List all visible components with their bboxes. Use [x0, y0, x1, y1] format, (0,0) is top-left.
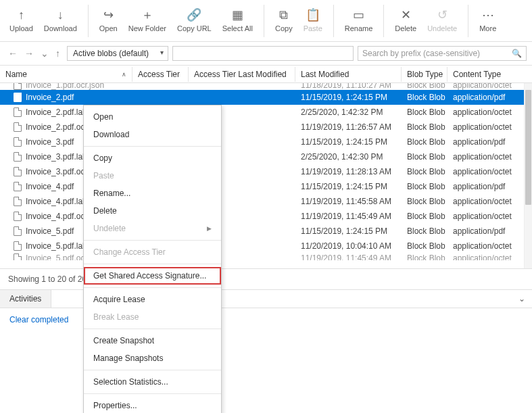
paste-button: 📋 Paste [298, 4, 328, 35]
table-row[interactable]: Invoice_2.pdf11/15/2019, 1:24:15 PMBlock… [0, 90, 532, 105]
table-row[interactable]: Invoice_2.pdf.ocr.json11/19/2019, 11:26:… [0, 120, 532, 135]
ctx-paste: Paste [84, 167, 221, 185]
cell-blob-type: Block Blob [402, 253, 448, 260]
table-row[interactable]: Invoice_5.pdf11/15/2019, 1:24:15 PMBlock… [0, 224, 532, 239]
activities-tab[interactable]: Activities [0, 290, 51, 308]
file-icon [14, 152, 22, 162]
upload-button[interactable]: ↑ Upload [4, 4, 39, 35]
cell-last-modified: 11/15/2019, 1:24:15 PM [295, 93, 402, 102]
cell-content-type: application/pdf [448, 137, 532, 147]
cell-last-modified: 11/19/2019, 11:28:13 AM [295, 167, 402, 176]
link-icon: 🔗 [187, 7, 201, 23]
cell-last-modified: 11/15/2019, 1:24:15 PM [295, 182, 402, 191]
new-folder-button[interactable]: ＋ New Folder [123, 4, 172, 35]
select-all-button[interactable]: ▦ Select All [217, 4, 258, 35]
upload-icon: ↑ [18, 7, 24, 23]
search-input[interactable]: Search by prefix (case-sensitive) 🔍 [358, 46, 527, 61]
vertical-scrollbar[interactable] [524, 83, 532, 268]
paste-label: Paste [304, 24, 322, 32]
nav-recent-icon[interactable]: ⌄ [41, 48, 49, 59]
table-row[interactable]: Invoice_3.pdf.ocr.json11/19/2019, 11:28:… [0, 164, 532, 179]
table-body: Invoice_1.pdf.ocr.json11/18/2019, 11:10:… [0, 83, 532, 269]
nav-forward-icon[interactable]: → [24, 48, 34, 59]
cell-content-type: application/pdf [448, 93, 532, 102]
col-last-modified[interactable]: Last Modified [295, 67, 402, 82]
copy-url-button[interactable]: 🔗 Copy URL [172, 4, 217, 35]
copy-label: Copy [275, 24, 293, 32]
rename-button[interactable]: ▭ Rename [339, 4, 379, 35]
ctx-change-tier: Change Access Tier [84, 243, 221, 261]
cell-blob-type: Block Blob [402, 167, 448, 176]
col-access-tier[interactable]: Access Tier [132, 67, 189, 82]
cell-last-modified: 11/19/2019, 11:45:49 AM [295, 212, 402, 221]
col-content-type[interactable]: Content Type [448, 67, 532, 82]
new-folder-label: New Folder [128, 24, 166, 32]
file-icon [14, 83, 22, 90]
ctx-properties[interactable]: Properties... [84, 397, 221, 413]
cell-content-type: application/octet [448, 197, 532, 206]
cell-content-type: application/octet [448, 122, 532, 132]
more-label: More [479, 24, 496, 32]
ctx-copy[interactable]: Copy [84, 149, 221, 167]
ctx-rename[interactable]: Rename... [84, 185, 221, 202]
cell-content-type: application/pdf [448, 226, 532, 236]
nav-up-icon[interactable]: ↑ [55, 48, 60, 59]
cell-blob-type: Block Blob [402, 212, 448, 221]
col-access-tier-modified[interactable]: Access Tier Last Modified [189, 67, 295, 82]
col-name[interactable]: Name∧ [0, 67, 132, 82]
table-row[interactable]: Invoice_4.pdf.ocr.json11/19/2019, 11:45:… [0, 209, 532, 224]
ctx-create-snapshot[interactable]: Create Snapshot [84, 332, 221, 349]
table-row[interactable]: Invoice_3.pdf.labels.json2/25/2020, 1:42… [0, 149, 532, 164]
ctx-acquire-lease[interactable]: Acquire Lease [84, 291, 221, 308]
scrollbar-thumb[interactable] [525, 90, 531, 205]
nav-row: ← → ⌄ ↑ Active blobs (default) Search by… [0, 42, 532, 66]
cell-last-modified: 11/15/2019, 1:24:15 PM [295, 137, 402, 147]
delete-button[interactable]: ✕ Delete [389, 4, 422, 35]
more-button[interactable]: ⋯ More [474, 4, 502, 35]
col-blob-type[interactable]: Blob Type [402, 67, 448, 82]
ctx-break-lease: Break Lease [84, 308, 221, 326]
ctx-selection-stats[interactable]: Selection Statistics... [84, 373, 221, 391]
cell-content-type: application/pdf [448, 182, 532, 191]
delete-icon: ✕ [401, 7, 411, 23]
cell-content-type: application/octet [448, 241, 532, 251]
cell-blob-type: Block Blob [402, 83, 448, 90]
table-header: Name∧ Access Tier Access Tier Last Modif… [0, 66, 532, 83]
ctx-download[interactable]: Download [84, 126, 221, 143]
ctx-open[interactable]: Open [84, 108, 221, 126]
path-input[interactable] [172, 46, 354, 61]
table-row[interactable]: Invoice_3.pdf11/15/2019, 1:24:15 PMBlock… [0, 135, 532, 149]
select-all-label: Select All [222, 24, 253, 32]
cell-last-modified: 2/25/2020, 1:42:30 PM [295, 152, 402, 162]
file-icon [14, 197, 22, 206]
view-dropdown[interactable]: Active blobs (default) [67, 46, 168, 61]
ctx-delete[interactable]: Delete [84, 202, 221, 220]
ctx-get-sas[interactable]: Get Shared Access Signature... [84, 267, 221, 285]
table-row[interactable]: Invoice_5.pdf.labels.json11/20/2019, 10:… [0, 239, 532, 253]
table-row[interactable]: Invoice_2.pdf.labels.json2/25/2020, 1:42… [0, 105, 532, 120]
collapse-activities-icon[interactable]: ⌄ [512, 290, 532, 308]
open-button[interactable]: ↪ Open [94, 4, 123, 35]
undelete-icon: ↺ [437, 7, 448, 23]
more-icon: ⋯ [482, 7, 494, 23]
copy-button[interactable]: ⧉ Copy [270, 4, 298, 35]
view-dropdown-label: Active blobs (default) [73, 49, 149, 58]
download-label: Download [44, 24, 77, 32]
cell-last-modified: 11/20/2019, 10:04:10 AM [295, 241, 402, 251]
ctx-manage-snapshots[interactable]: Manage Snapshots [84, 349, 221, 367]
file-icon [14, 226, 22, 236]
download-button[interactable]: ↓ Download [39, 4, 82, 35]
undelete-label: Undelete [427, 24, 457, 32]
nav-back-icon[interactable]: ← [8, 48, 18, 59]
nav-arrows: ← → ⌄ ↑ [5, 48, 63, 59]
clear-completed-link[interactable]: Clear completed [9, 315, 68, 324]
table-row[interactable]: Invoice_1.pdf.ocr.json11/18/2019, 11:10:… [0, 83, 532, 90]
table-row[interactable]: Invoice_4.pdf11/15/2019, 1:24:15 PMBlock… [0, 179, 532, 194]
cell-content-type: application/octet [448, 152, 532, 162]
table-row[interactable]: Invoice_4.pdf.labels.json11/19/2019, 11:… [0, 194, 532, 209]
submenu-indicator-icon: ▶ [207, 225, 212, 232]
search-icon: 🔍 [512, 49, 522, 58]
cell-blob-type: Block Blob [402, 137, 448, 147]
rename-icon: ▭ [353, 7, 364, 23]
table-row[interactable]: Invoice_5.pdf.ocr.json11/19/2019, 11:45:… [0, 253, 532, 260]
